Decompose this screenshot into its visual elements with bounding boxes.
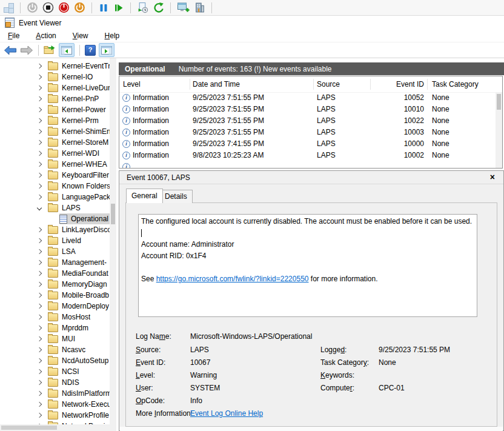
tree-item[interactable]: MediaFoundat <box>0 268 110 279</box>
tree-item[interactable]: Kernel-ShimEn <box>0 126 110 137</box>
chevron-right-icon[interactable] <box>37 369 42 374</box>
tree-item[interactable]: Kernel-PnP <box>0 93 110 104</box>
column-separator[interactable] <box>370 79 371 90</box>
chevron-right-icon[interactable] <box>37 260 42 265</box>
chevron-right-icon[interactable] <box>37 195 42 199</box>
column-header-source[interactable]: Source <box>317 76 340 92</box>
forward-icon[interactable] <box>20 45 33 55</box>
stop-icon[interactable] <box>42 2 54 13</box>
column-header-date[interactable]: Date and Time <box>193 76 240 92</box>
tree-scrollbar[interactable] <box>110 58 116 424</box>
menu-view[interactable]: View <box>70 30 91 41</box>
tree-item[interactable]: Kernel-StoreM <box>0 137 110 148</box>
column-separator[interactable] <box>190 79 190 90</box>
tree-item-laps[interactable]: LAPS <box>0 202 110 213</box>
tree-item[interactable]: LSA <box>0 246 110 257</box>
chevron-right-icon[interactable] <box>37 85 42 90</box>
tree-item[interactable]: Known Folders <box>0 181 110 192</box>
event-log-online-help-link[interactable]: Event Log Online Help <box>190 409 263 418</box>
chevron-right-icon[interactable] <box>37 249 42 254</box>
menu-file[interactable]: File <box>5 30 22 41</box>
event-row[interactable]: Information9/25/2023 7:51:55 PMLAPS10010… <box>119 104 495 115</box>
tree-item[interactable]: ModernDeploy <box>0 301 110 312</box>
tree-item[interactable]: Ncasvc <box>0 344 110 355</box>
chevron-right-icon[interactable] <box>37 162 42 167</box>
chevron-right-icon[interactable] <box>37 64 42 68</box>
chevron-right-icon[interactable] <box>37 96 42 101</box>
tree-item[interactable]: Kernel-IO <box>0 72 110 82</box>
event-row[interactable]: Information9/8/2023 10:25:23 AMLAPS10002… <box>119 150 495 161</box>
chevron-right-icon[interactable] <box>37 413 42 418</box>
column-header-level[interactable]: Level <box>123 76 141 92</box>
help-icon[interactable] <box>85 45 96 56</box>
chevron-right-icon[interactable] <box>37 380 42 385</box>
chevron-right-icon[interactable] <box>37 336 42 341</box>
tree-item[interactable]: Mobile-Broadb <box>0 290 110 301</box>
pause-icon[interactable] <box>98 2 109 13</box>
chevron-right-icon[interactable] <box>37 107 42 112</box>
turn-off-icon[interactable] <box>74 2 85 13</box>
chevron-right-icon[interactable] <box>37 173 42 178</box>
menu-help[interactable]: Help <box>102 30 122 41</box>
tree-horizontal-scrollbar-thumb[interactable] <box>1 426 57 430</box>
tree-item[interactable]: NDIS <box>0 377 110 388</box>
chevron-right-icon[interactable] <box>37 326 42 330</box>
tree-item[interactable]: LinkLayerDisco <box>0 224 110 235</box>
event-message-box[interactable]: The configured local account is currentl… <box>138 214 477 317</box>
power-off-icon[interactable] <box>27 2 38 13</box>
back-icon[interactable] <box>4 45 17 55</box>
chevron-right-icon[interactable] <box>37 227 42 232</box>
chevron-right-icon[interactable] <box>37 271 42 276</box>
event-row[interactable]: Information9/25/2023 7:51:55 PMLAPS10003… <box>119 127 495 138</box>
table-scrollbar-thumb[interactable] <box>497 94 501 110</box>
tree-item[interactable]: Mprddm <box>0 322 110 333</box>
tree-item-operational[interactable]: Operational <box>0 213 110 224</box>
action-pane-toggle[interactable] <box>99 43 114 57</box>
chevron-right-icon[interactable] <box>37 347 42 352</box>
tree-item[interactable]: MosHost <box>0 312 110 322</box>
chevron-right-icon[interactable] <box>37 391 42 396</box>
tree-item[interactable]: Kernel-WDI <box>0 148 110 159</box>
tree-item[interactable]: Kernel-Power <box>0 104 110 115</box>
chevron-right-icon[interactable] <box>37 184 42 189</box>
chevron-right-icon[interactable] <box>37 238 42 243</box>
checkpoint-icon[interactable] <box>137 2 148 13</box>
vm-settings-icon[interactable] <box>194 2 205 13</box>
chevron-right-icon[interactable] <box>37 315 42 319</box>
tree-item[interactable]: Kernel-WHEA <box>0 159 110 170</box>
tree-scrollbar-thumb[interactable] <box>111 204 115 224</box>
chevron-right-icon[interactable] <box>37 140 42 145</box>
tab-details[interactable]: Details <box>159 190 193 203</box>
tiles-icon[interactable] <box>4 3 14 12</box>
menu-action[interactable]: Action <box>33 30 58 41</box>
tree-item[interactable]: NetworkProfile <box>0 410 110 421</box>
event-row[interactable]: Information9/25/2023 7:51:55 PMLAPS10022… <box>119 115 495 127</box>
tree-item[interactable]: Kernel-EventTr <box>0 61 110 72</box>
chevron-right-icon[interactable] <box>37 118 42 123</box>
display-settings-icon[interactable] <box>177 2 190 13</box>
event-row[interactable]: Information9/25/2023 7:41:55 PMLAPS10000… <box>119 138 495 150</box>
fwlink-link[interactable]: https://go.microsoft.com/fwlink/?linkid=… <box>156 275 309 283</box>
column-separator[interactable] <box>427 79 428 90</box>
tree-item[interactable]: LiveId <box>0 235 110 246</box>
tree-item[interactable]: NdisImPlatform <box>0 388 110 399</box>
chevron-right-icon[interactable] <box>37 75 42 79</box>
tab-general[interactable]: General <box>126 189 163 203</box>
column-separator[interactable] <box>313 79 314 90</box>
chevron-right-icon[interactable] <box>37 358 42 363</box>
tree-item[interactable]: NcdAutoSetup <box>0 355 110 366</box>
tree-item[interactable]: NCSI <box>0 366 110 377</box>
tree-item[interactable]: Kernel-LiveDur <box>0 82 110 93</box>
event-row-partial[interactable] <box>119 161 495 169</box>
chevron-right-icon[interactable] <box>37 293 42 298</box>
export-icon[interactable] <box>44 45 56 55</box>
chevron-right-icon[interactable] <box>37 151 42 156</box>
chevron-down-icon[interactable] <box>37 205 42 210</box>
column-header-task[interactable]: Task Category <box>432 76 479 92</box>
tree-item[interactable]: LanguagePack <box>0 192 110 202</box>
tree-item[interactable]: MUI <box>0 333 110 344</box>
console-tree-toggle[interactable] <box>59 43 75 57</box>
chevron-right-icon[interactable] <box>37 129 42 134</box>
chevron-right-icon[interactable] <box>37 402 42 407</box>
tree-item[interactable]: Kernel-Prm <box>0 115 110 126</box>
